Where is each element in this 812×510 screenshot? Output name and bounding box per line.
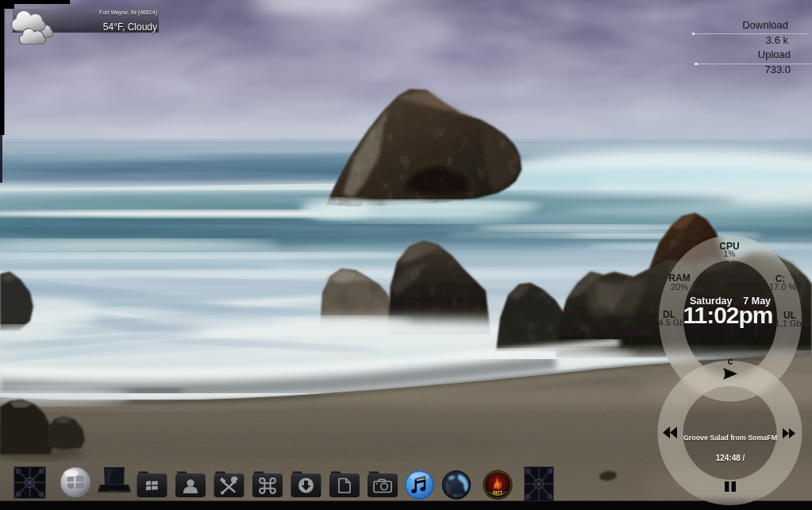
svg-text:RIFT: RIFT xyxy=(493,490,503,495)
